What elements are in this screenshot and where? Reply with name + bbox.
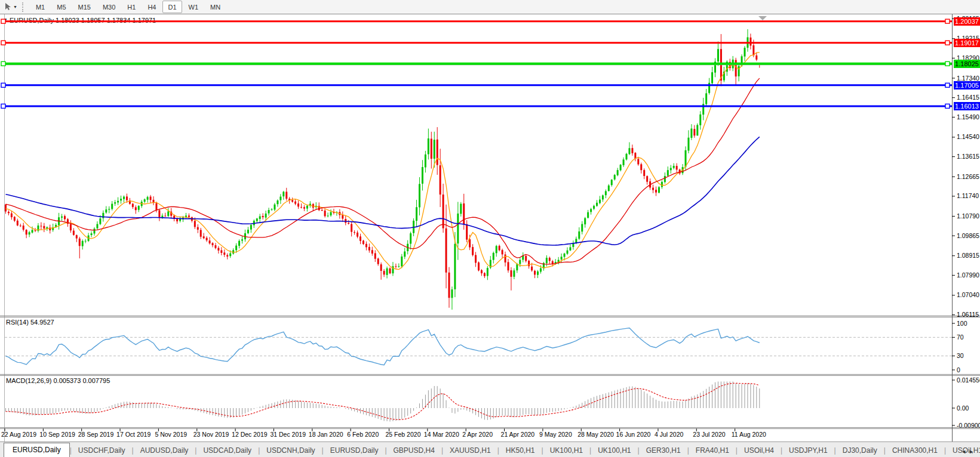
svg-text:12 Dec 2019: 12 Dec 2019 xyxy=(232,431,268,438)
chart-tab-EURUSD-Daily[interactable]: EURUSD,Daily xyxy=(4,443,70,457)
svg-text:9 May 2020: 9 May 2020 xyxy=(539,431,572,438)
svg-text:1.13615: 1.13615 xyxy=(957,153,979,160)
rsi-indicator-label: RSI(14) 54.9527 xyxy=(6,319,54,326)
chart-tab-USDCHF-Daily[interactable]: USDCHF,Daily xyxy=(72,444,132,457)
svg-text:30: 30 xyxy=(957,352,964,359)
svg-text:5 Nov 2019: 5 Nov 2019 xyxy=(155,431,187,438)
svg-text:11 Aug 2020: 11 Aug 2020 xyxy=(732,431,766,438)
price-level-badge-1.16013: 1.16013 xyxy=(954,102,980,110)
svg-text:28 Sep 2019: 28 Sep 2019 xyxy=(78,431,114,438)
svg-text:1.12665: 1.12665 xyxy=(957,173,979,180)
timeframe-button-M15[interactable]: M15 xyxy=(73,1,96,13)
svg-text:21 Apr 2020: 21 Apr 2020 xyxy=(501,431,535,438)
chart-tab-USDJPY-H1[interactable]: USDJPY,H1 xyxy=(782,444,834,457)
svg-text:1.14540: 1.14540 xyxy=(957,133,979,140)
chart-tab-FRA40-H1[interactable]: FRA40,H1 xyxy=(689,444,736,457)
chart-tab-USDCAD-Daily[interactable]: USDCAD,Daily xyxy=(196,444,258,457)
chart-tab-CHINA300-H1[interactable]: CHINA300,H1 xyxy=(886,444,944,457)
svg-text:0.014556: 0.014556 xyxy=(957,376,980,384)
timeframe-button-M1[interactable]: M1 xyxy=(30,1,50,13)
svg-text:10 Sep 2019: 10 Sep 2019 xyxy=(39,431,75,438)
svg-text:4 Jul 2020: 4 Jul 2020 xyxy=(655,431,684,438)
svg-text:16 Jun 2020: 16 Jun 2020 xyxy=(616,431,651,438)
chart-tab-HK50-H1[interactable]: HK50,H1 xyxy=(499,444,542,457)
svg-text:23 Jul 2020: 23 Jul 2020 xyxy=(693,431,725,438)
svg-text:70: 70 xyxy=(957,334,964,341)
svg-text:-0.009001: -0.009001 xyxy=(957,422,980,429)
chart-window: ▼ EURUSD,Daily 1.18023 1.18057 1.17834 1… xyxy=(0,14,980,441)
svg-text:1.10790: 1.10790 xyxy=(957,212,979,220)
chart-tab-bar: EURUSD,Daily|USDCHF,Daily|AUDUSD,Daily|U… xyxy=(0,441,980,457)
svg-text:1.07040: 1.07040 xyxy=(957,291,979,298)
svg-text:1.09865: 1.09865 xyxy=(957,232,979,239)
svg-text:1.17340: 1.17340 xyxy=(957,75,979,82)
chart-canvas[interactable]: 1.201651.192151.182901.173401.164151.154… xyxy=(0,14,980,441)
price-level-badge-1.18025: 1.18025 xyxy=(954,60,980,68)
svg-text:25 Feb 2020: 25 Feb 2020 xyxy=(386,431,421,438)
svg-text:1.07990: 1.07990 xyxy=(957,271,979,279)
svg-text:0.00: 0.00 xyxy=(957,404,969,412)
timeframe-button-M30[interactable]: M30 xyxy=(97,1,121,13)
svg-text:28 May 2020: 28 May 2020 xyxy=(577,431,614,438)
svg-text:0: 0 xyxy=(957,366,960,373)
svg-text:22 Aug 2019: 22 Aug 2019 xyxy=(1,431,36,438)
timeframe-button-D1[interactable]: D1 xyxy=(162,1,182,13)
timeframe-button-H1[interactable]: H1 xyxy=(122,1,141,13)
tab-scroll-left-icon[interactable]: ◄ xyxy=(961,449,969,455)
svg-text:31 Dec 2019: 31 Dec 2019 xyxy=(270,431,306,438)
svg-text:17 Oct 2019: 17 Oct 2019 xyxy=(116,431,150,438)
chart-tab-UK100-H1[interactable]: UK100,H1 xyxy=(591,444,637,457)
price-level-badge-1.17005: 1.17005 xyxy=(954,81,980,89)
chart-tab-GBPUSD-H4[interactable]: GBPUSD,H4 xyxy=(387,444,441,457)
price-level-badge-1.20037: 1.20037 xyxy=(954,17,980,26)
chart-tab-EURUSD-Daily[interactable]: EURUSD,Daily xyxy=(324,444,385,457)
svg-text:1.06115: 1.06115 xyxy=(957,311,979,318)
svg-text:1.08915: 1.08915 xyxy=(957,252,979,259)
svg-text:6 Feb 2020: 6 Feb 2020 xyxy=(347,431,379,438)
chart-tab-USOil-H4[interactable]: USOil,H4 xyxy=(738,444,781,457)
timeframe-button-W1[interactable]: W1 xyxy=(183,1,204,13)
chart-tab-GER30-H1[interactable]: GER30,H1 xyxy=(640,444,687,457)
tab-scroll-right-icon[interactable]: ► xyxy=(969,449,976,455)
svg-text:1.15490: 1.15490 xyxy=(957,113,979,121)
cursor-tool-dropdown-caret[interactable]: ▼ xyxy=(13,5,17,9)
chart-tab-DJ30-Daily[interactable]: DJ30,Daily xyxy=(836,444,884,457)
toolbar-grip-handle[interactable] xyxy=(22,2,26,12)
svg-text:100: 100 xyxy=(957,320,967,327)
svg-text:2 Apr 2020: 2 Apr 2020 xyxy=(462,431,493,438)
chart-tab-AUDUSD-Daily[interactable]: AUDUSD,Daily xyxy=(134,444,195,457)
timeframe-toolbar: ▼ M1M5M15M30H1H4D1W1MN xyxy=(0,0,980,14)
mt4-application-window: ▼ M1M5M15M30H1H4D1W1MN ▼ EURUSD,Daily 1.… xyxy=(0,0,980,457)
timeframe-button-H4[interactable]: H4 xyxy=(142,1,161,13)
svg-text:18 Jan 2020: 18 Jan 2020 xyxy=(309,431,343,438)
cursor-tool-icon[interactable] xyxy=(2,2,13,12)
svg-text:1.16415: 1.16415 xyxy=(957,94,979,101)
svg-text:1.11740: 1.11740 xyxy=(957,192,979,199)
chart-tab-USDCNH-Daily[interactable]: USDCNH,Daily xyxy=(260,444,321,457)
svg-text:14 Mar 2020: 14 Mar 2020 xyxy=(424,431,459,438)
timeframe-button-M5[interactable]: M5 xyxy=(51,1,71,13)
macd-indicator-label: MACD(12,26,9) 0.005373 0.007795 xyxy=(6,377,110,384)
tab-scroll-arrows[interactable]: ◄► xyxy=(961,449,976,455)
chart-tab-UK100-H1[interactable]: UK100,H1 xyxy=(543,444,589,457)
svg-text:23 Nov 2019: 23 Nov 2019 xyxy=(193,431,229,438)
chart-tab-XAUUSD-H1[interactable]: XAUUSD,H1 xyxy=(443,444,497,457)
timeframe-button-MN[interactable]: MN xyxy=(205,1,226,13)
price-level-badge-1.19017: 1.19017 xyxy=(954,39,980,47)
